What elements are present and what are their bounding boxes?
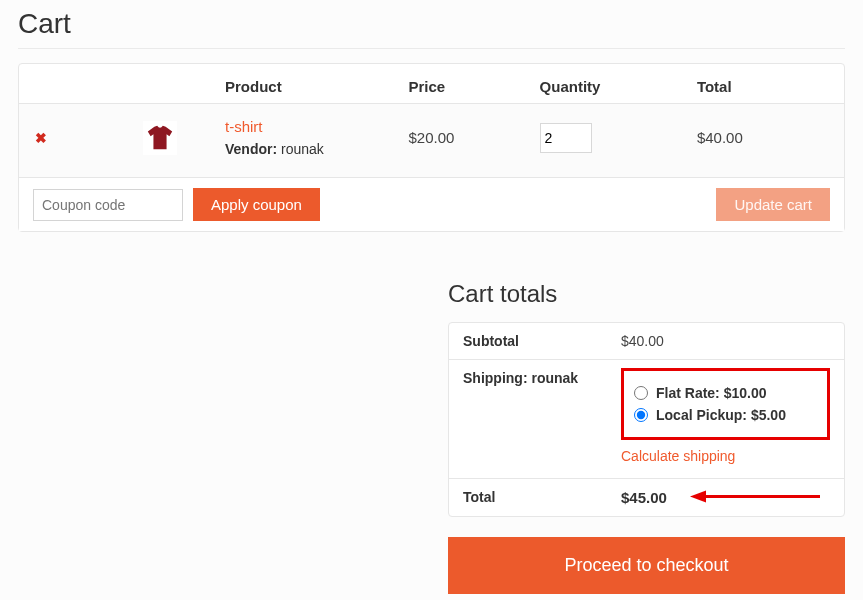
product-thumbnail[interactable]	[95, 121, 225, 155]
table-row: ✖ t-shirt Vendor: rounak $20.00 $40.00	[19, 103, 844, 177]
total-row: Total $45.00	[449, 478, 844, 516]
vendor-line: Vendor: rounak	[225, 141, 409, 157]
cart-totals-table: Subtotal $40.00 Shipping: rounak Flat Ra…	[448, 322, 845, 517]
cart-table-footer: Apply coupon Update cart	[19, 177, 844, 231]
proceed-to-checkout-button[interactable]: Proceed to checkout	[448, 537, 845, 594]
shipping-label: Shipping: rounak	[463, 370, 621, 386]
shipping-row: Shipping: rounak Flat Rate: $10.00 Local…	[449, 359, 844, 478]
coupon-input[interactable]	[33, 189, 183, 221]
cart-table-header: Product Price Quantity Total	[19, 64, 844, 103]
shipping-flat-rate[interactable]: Flat Rate: $10.00	[634, 385, 817, 401]
product-name-link[interactable]: t-shirt	[225, 118, 409, 135]
header-price: Price	[409, 78, 540, 95]
remove-icon[interactable]: ✖	[35, 130, 47, 146]
price-value: $20.00	[409, 129, 540, 146]
apply-coupon-button[interactable]: Apply coupon	[193, 188, 320, 221]
update-cart-button[interactable]: Update cart	[716, 188, 830, 221]
annotation-arrow-icon	[690, 489, 820, 506]
line-total: $40.00	[697, 129, 828, 146]
page-title: Cart	[18, 0, 845, 49]
calculate-shipping-link[interactable]: Calculate shipping	[621, 448, 830, 464]
header-quantity: Quantity	[540, 78, 697, 95]
subtotal-value: $40.00	[621, 333, 830, 349]
local-pickup-label: Local Pickup: $5.00	[656, 407, 786, 423]
flat-rate-radio[interactable]	[634, 386, 648, 400]
quantity-input[interactable]	[540, 123, 592, 153]
local-pickup-radio[interactable]	[634, 408, 648, 422]
subtotal-label: Subtotal	[463, 333, 621, 349]
header-total: Total	[697, 78, 828, 95]
total-value: $45.00	[621, 489, 667, 506]
total-label: Total	[463, 489, 621, 505]
flat-rate-label: Flat Rate: $10.00	[656, 385, 767, 401]
subtotal-row: Subtotal $40.00	[449, 323, 844, 359]
cart-table: Product Price Quantity Total ✖ t-shirt V…	[18, 63, 845, 232]
shipping-local-pickup[interactable]: Local Pickup: $5.00	[634, 407, 817, 423]
tshirt-icon	[143, 121, 177, 155]
svg-marker-1	[690, 490, 706, 502]
cart-totals-title: Cart totals	[448, 280, 845, 308]
header-product: Product	[225, 78, 409, 95]
shipping-options-highlight: Flat Rate: $10.00 Local Pickup: $5.00	[621, 368, 830, 440]
